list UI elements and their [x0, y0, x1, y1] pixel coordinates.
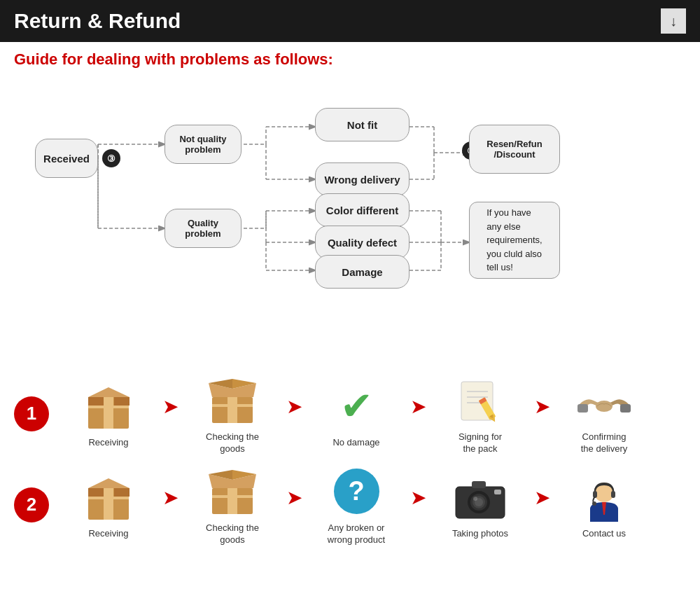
- resen-refund-box: Resen/Refun /Discount: [469, 125, 560, 174]
- step-num-1: 1: [14, 396, 49, 431]
- header-arrow-icon: ↓: [661, 8, 686, 34]
- received-box: Received: [35, 139, 98, 178]
- svg-rect-59: [212, 495, 253, 498]
- box-open-2-icon: [201, 464, 264, 520]
- svg-rect-35: [227, 397, 237, 423]
- question-icon: ?: [325, 464, 388, 520]
- step-label-camera: Taking photos: [452, 528, 508, 540]
- step-label-confirming: Confirming the delivery: [581, 431, 627, 455]
- header-title: Return & Refund: [14, 9, 181, 33]
- arrow-1-4: ➤: [534, 395, 550, 432]
- svg-rect-58: [227, 488, 237, 514]
- quality-defect-box: Quality defect: [315, 226, 410, 259]
- damage-box: Damage: [315, 255, 410, 289]
- step-item-confirming: Confirming the delivery: [552, 373, 657, 455]
- svg-point-48: [596, 401, 612, 412]
- step-label-nodamage: No damage: [332, 437, 379, 449]
- step-item-camera: Taking photos: [428, 469, 533, 540]
- pencil-doc-icon: [449, 373, 512, 429]
- svg-rect-53: [104, 488, 113, 520]
- step-label-question: Any broken or wrong product: [328, 522, 385, 546]
- person-headset-icon: [573, 469, 636, 525]
- question-circle: ?: [334, 469, 379, 514]
- checkmark-icon: ✔: [325, 378, 388, 434]
- step-label-contactus: Contact us: [582, 528, 626, 540]
- guide-title: Guide for dealing with problems as follo…: [0, 42, 700, 74]
- svg-rect-36: [212, 404, 253, 407]
- handshake-icon: [573, 373, 636, 429]
- step-item-signing: Signing for the pack: [428, 373, 533, 455]
- step-label-receiving-1: Receiving: [88, 437, 128, 449]
- camera-icon: [449, 469, 512, 525]
- badge-3: ③: [102, 149, 120, 167]
- wrong-delivery-box: Wrong delivery: [315, 162, 410, 196]
- step-item-checking-2: Checking the goods: [180, 464, 285, 546]
- step-label-receiving-2: Receiving: [88, 528, 128, 540]
- svg-rect-32: [88, 397, 104, 406]
- arrow-2-3: ➤: [410, 486, 426, 523]
- svg-point-75: [592, 501, 596, 506]
- requirements-box: If you have any else requirements, you c…: [469, 202, 560, 279]
- color-different-box: Color different: [315, 193, 410, 227]
- header: Return & Refund ↓: [0, 0, 700, 42]
- svg-rect-33: [114, 397, 130, 406]
- steps-section: 1 Receiving ➤: [0, 368, 700, 550]
- arrow-1-3: ➤: [410, 395, 426, 432]
- arrow-2-2: ➤: [286, 486, 302, 523]
- step-label-checking-2: Checking the goods: [206, 522, 259, 546]
- box-closed-icon: [77, 378, 140, 434]
- step-label-signing: Signing for the pack: [458, 431, 502, 455]
- arrow-1-1: ➤: [162, 395, 178, 432]
- svg-marker-52: [88, 478, 130, 488]
- svg-rect-56: [114, 488, 130, 497]
- step-item-receiving-2: Receiving: [56, 469, 161, 540]
- svg-rect-49: [578, 404, 588, 413]
- svg-point-71: [473, 497, 477, 501]
- arrow-1-2: ➤: [286, 395, 302, 432]
- arrow-2-4: ➤: [534, 486, 550, 523]
- svg-marker-29: [88, 387, 130, 397]
- svg-rect-31: [88, 406, 129, 408]
- svg-rect-54: [88, 497, 129, 499]
- step-row-1: 1 Receiving ➤: [7, 368, 693, 459]
- quality-box: Quality problem: [164, 209, 241, 248]
- step-row-2: 2 Receiving ➤: [7, 459, 693, 550]
- step-item-checking-1: Checking the goods: [180, 373, 285, 455]
- not-fit-box: Not fit: [315, 108, 410, 141]
- arrow-2-1: ➤: [162, 486, 178, 523]
- svg-rect-69: [472, 481, 486, 488]
- svg-rect-50: [620, 404, 631, 413]
- step-label-checking-1: Checking the goods: [206, 431, 259, 455]
- step-item-question: ? Any broken or wrong product: [304, 464, 409, 546]
- box-open-icon: [201, 373, 264, 429]
- box-closed-2-icon: [77, 469, 140, 525]
- step-item-contactus: Contact us: [552, 469, 657, 540]
- svg-rect-30: [104, 397, 113, 429]
- svg-rect-70: [494, 490, 501, 494]
- svg-rect-55: [88, 488, 104, 497]
- step-num-2: 2: [14, 487, 49, 522]
- not-quality-box: Not quality problem: [164, 125, 241, 164]
- svg-rect-74: [611, 491, 615, 498]
- step-item-receiving-1: Receiving: [56, 378, 161, 449]
- step-item-nodamage: ✔ No damage: [304, 378, 409, 449]
- flow-area: Received ③ Not quality problem Quality p…: [0, 74, 700, 368]
- flowchart: Received ③ Not quality problem Quality p…: [14, 88, 700, 291]
